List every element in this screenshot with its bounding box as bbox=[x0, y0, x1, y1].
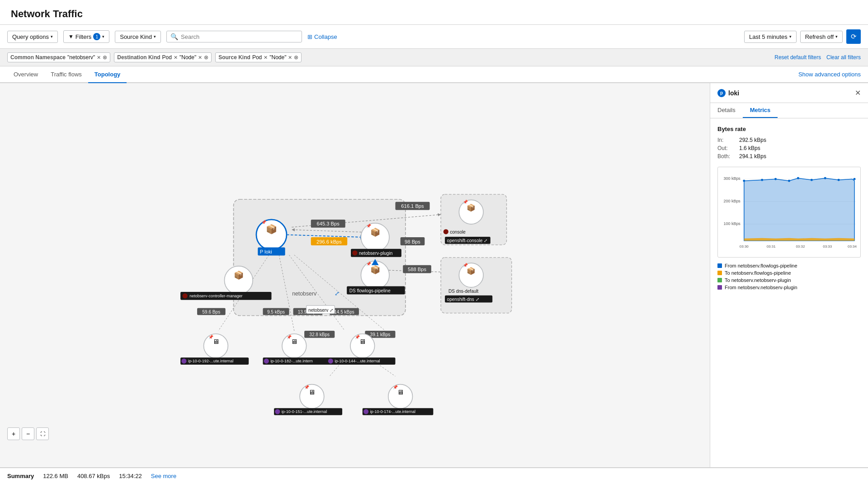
node-192-circle[interactable] bbox=[204, 334, 228, 358]
zoom-out-button[interactable]: − bbox=[22, 427, 34, 440]
x-label-0331: 03:31 bbox=[767, 244, 776, 249]
chart-legend: From netobserv.flowlogs-pipeline To neto… bbox=[717, 263, 861, 290]
filter-chip-src-kind: Source Kind Pod ✕ "Node" ✕ ⊗ bbox=[215, 52, 302, 62]
node-151-circle[interactable] bbox=[300, 385, 324, 409]
out-label: Out: bbox=[717, 145, 736, 151]
dp3 bbox=[774, 178, 777, 180]
collapse-label: Collapse bbox=[314, 33, 337, 40]
toolbar: Query options ▾ ▼ Filters 1 ▾ Source Kin… bbox=[0, 25, 868, 49]
legend-label-4: From netobserv.netobserv-plugin bbox=[725, 285, 797, 290]
topology-svg: netobserv ⤢ bbox=[0, 83, 710, 467]
search-bar[interactable]: 🔍 bbox=[166, 31, 302, 42]
dest-kind-chip-remove-all[interactable]: ⊗ bbox=[204, 54, 208, 61]
search-input[interactable] bbox=[181, 33, 298, 40]
pin-144: 📌 bbox=[355, 334, 360, 340]
reset-default-filters-button[interactable]: Reset default filters bbox=[774, 54, 821, 61]
query-options-button[interactable]: Query options ▾ bbox=[7, 31, 58, 43]
legend-label-2: To netobserv.flowlogs-pipeline bbox=[725, 270, 791, 276]
panel-tab-metrics[interactable]: Metrics bbox=[743, 103, 778, 118]
fit-view-icon: ⛶ bbox=[40, 431, 45, 436]
filter-chip-namespace: Common Namespace "netobserv" ✕ ⊗ bbox=[7, 52, 110, 62]
node-192-badge bbox=[181, 359, 186, 364]
dp2 bbox=[761, 179, 763, 181]
chart-area-blue bbox=[744, 178, 854, 241]
main-area: netobserv ⤢ bbox=[0, 83, 868, 467]
namespace-chip-remove-all[interactable]: ⊗ bbox=[103, 54, 107, 61]
dp1 bbox=[743, 180, 745, 182]
collapse-button[interactable]: ⊞ Collapse bbox=[307, 33, 337, 40]
src-pod-chip-remove[interactable]: ✕ bbox=[264, 55, 268, 61]
namespace-chip-value: "netobserv" bbox=[67, 54, 95, 61]
refresh-button[interactable]: Refresh off ▾ bbox=[800, 31, 843, 43]
controller-badge bbox=[183, 293, 188, 298]
show-advanced-button[interactable]: Show advanced options bbox=[798, 71, 861, 78]
pin-151: 📌 bbox=[304, 385, 310, 390]
panel-close-button[interactable]: ✕ bbox=[855, 89, 861, 97]
node-174-icon: 🖥 bbox=[397, 389, 404, 396]
openshift-console-label: openshift-console ⤢ bbox=[447, 238, 488, 243]
refresh-label: Refresh off bbox=[805, 33, 834, 40]
summary-size: 122.6 MB bbox=[43, 473, 68, 479]
see-more-link[interactable]: See more bbox=[151, 473, 176, 479]
zoom-out-icon: − bbox=[26, 430, 30, 437]
legend-label-3: To netobserv.netobserv-plugin bbox=[725, 277, 791, 283]
netobserv-group-label: netobserv bbox=[292, 291, 317, 297]
node-182-circle[interactable] bbox=[282, 334, 307, 358]
metrics-content: Bytes rate In: 292.5 kBps Out: 1.6 kBps … bbox=[710, 118, 868, 467]
filter-chip-dest-kind: Destination Kind Pod ✕ "Node" ✕ ⊗ bbox=[114, 52, 212, 62]
pin-dns: 📌 bbox=[463, 263, 468, 268]
tab-topology[interactable]: Topology bbox=[88, 66, 127, 83]
topology-canvas[interactable]: netobserv ⤢ bbox=[0, 83, 710, 467]
flow-text-98: 98 Bps bbox=[405, 239, 420, 244]
flow-text-59: 59.6 Bps bbox=[203, 310, 221, 314]
dest-pod-chip-remove[interactable]: ✕ bbox=[174, 55, 178, 61]
pin-174: 📌 bbox=[393, 385, 398, 390]
node-182-label: ip-10-0-182-...ute.intern bbox=[270, 359, 312, 363]
node-151-icon: 🖥 bbox=[308, 389, 315, 396]
netobserv-expand-label: netobserv ⤢ bbox=[308, 308, 333, 313]
refresh-now-button[interactable]: ⟳ bbox=[846, 29, 861, 44]
bytes-rate-title: Bytes rate bbox=[717, 126, 861, 132]
fit-view-button[interactable]: ⛶ bbox=[36, 427, 49, 440]
filters-label: Filters bbox=[75, 33, 91, 40]
clear-all-filters-button[interactable]: Clear all filters bbox=[826, 54, 861, 61]
x-label-0334: 03:34 bbox=[848, 244, 857, 249]
legend-dot-4 bbox=[717, 285, 722, 290]
tab-traffic-flows[interactable]: Traffic flows bbox=[44, 66, 88, 83]
filters-count-badge: 1 bbox=[93, 33, 100, 40]
pin-plugin: 📌 bbox=[366, 223, 372, 229]
query-options-label: Query options bbox=[12, 33, 49, 40]
dp9 bbox=[854, 178, 856, 180]
node-192-label: ip-10-0-192-...ute.internal bbox=[188, 359, 233, 363]
pin-182: 📌 bbox=[287, 334, 292, 340]
flow-text-645: 645.3 Bps bbox=[317, 221, 340, 226]
zoom-in-button[interactable]: + bbox=[7, 427, 20, 440]
source-kind-button[interactable]: Source Kind ▾ bbox=[115, 31, 161, 43]
tab-overview[interactable]: Overview bbox=[7, 66, 44, 83]
src-node-chip-remove[interactable]: ✕ bbox=[288, 55, 292, 61]
zoom-in-icon: + bbox=[12, 430, 15, 437]
pin-flowlogs: 📌 bbox=[366, 261, 372, 267]
node-144-circle[interactable] bbox=[350, 334, 375, 358]
node-182-badge bbox=[264, 359, 269, 364]
node-144-label: ip-10-0-144-...ute.internal bbox=[335, 359, 380, 363]
loki-label: P loki bbox=[260, 249, 272, 254]
filters-button[interactable]: ▼ Filters 1 ▾ bbox=[63, 30, 109, 43]
zoom-controls: + − ⛶ bbox=[7, 427, 49, 440]
dest-node-chip-remove[interactable]: ✕ bbox=[198, 55, 202, 61]
panel-tab-details[interactable]: Details bbox=[710, 103, 743, 118]
src-kind-chip-label: Source Kind bbox=[218, 54, 250, 61]
node-174-circle[interactable] bbox=[388, 385, 413, 409]
node-144-badge bbox=[328, 359, 333, 364]
summary-label: Summary bbox=[7, 473, 34, 479]
plugin-badge bbox=[352, 250, 357, 255]
time-range-button[interactable]: Last 5 minutes ▾ bbox=[744, 31, 797, 43]
chevron-down-icon-4: ▾ bbox=[789, 34, 792, 39]
namespace-chip-remove[interactable]: ✕ bbox=[97, 55, 101, 61]
openshift-dns-label: openshift-dns ⤢ bbox=[447, 297, 479, 302]
time-range-label: Last 5 minutes bbox=[749, 33, 788, 40]
bytes-row-out: Out: 1.6 kBps bbox=[717, 145, 861, 151]
legend-item-4: From netobserv.netobserv-plugin bbox=[717, 285, 861, 290]
pin-192: 📌 bbox=[208, 334, 214, 340]
src-kind-chip-remove-all[interactable]: ⊗ bbox=[294, 54, 298, 61]
